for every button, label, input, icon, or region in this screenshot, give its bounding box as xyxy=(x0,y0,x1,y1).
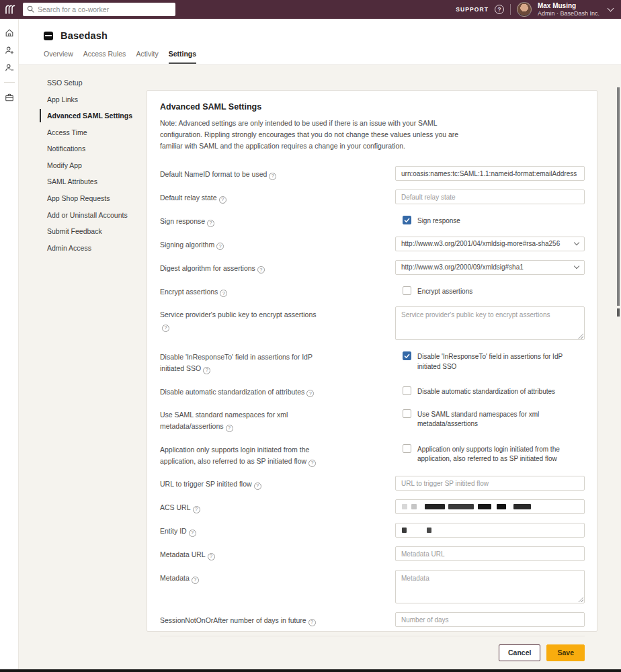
field-label-text: Entity ID xyxy=(160,527,187,535)
remove-user-icon[interactable] xyxy=(4,62,14,73)
save-button[interactable]: Save xyxy=(546,644,585,661)
chevron-down-icon xyxy=(574,263,579,269)
sidebar-item-saml-attributes[interactable]: SAML Attributes xyxy=(40,175,147,188)
help-icon[interactable]: ? xyxy=(189,530,196,537)
resize-handle-icon[interactable] xyxy=(578,597,583,602)
global-search xyxy=(23,3,175,16)
sidebar-item-app-links[interactable]: App Links xyxy=(40,93,147,106)
help-icon[interactable]: ? xyxy=(162,325,169,332)
user-menu[interactable]: Max Musing Admin · BaseDash Inc. xyxy=(538,2,599,17)
support-link[interactable]: SUPPORT xyxy=(456,6,489,13)
sidebar-item-modify-app[interactable]: Modify App xyxy=(40,159,147,172)
encrypt-assertions-checkbox[interactable] xyxy=(403,286,411,295)
resize-handle-icon[interactable] xyxy=(578,333,583,339)
signing-algorithm-select[interactable]: http://www.w3.org/2001/04/xmldsig-more#r… xyxy=(395,237,585,251)
textarea-placeholder: Metadata xyxy=(401,575,429,582)
field-label-text: Service provider's public key to encrypt… xyxy=(160,310,317,319)
user-avatar[interactable] xyxy=(517,2,532,17)
field-label-text: ACS URL xyxy=(160,503,191,511)
rippling-logo[interactable] xyxy=(0,5,20,14)
form-row-default-nameid-format-to-be-used: Default NameID format to be used? xyxy=(160,166,585,181)
redaction-block xyxy=(448,504,474,509)
service-provider-s-public-key-to-encrypt-textarea[interactable]: Service provider's public key to encrypt… xyxy=(395,306,585,340)
help-icon[interactable]: ? xyxy=(308,460,316,467)
form-row-sign-response: Sign response?Sign response xyxy=(160,213,585,227)
entity-id-redacted-value[interactable] xyxy=(395,523,585,538)
sign-response-checkbox[interactable] xyxy=(403,216,411,224)
sidebar-item-access-time[interactable]: Access Time xyxy=(40,126,147,139)
sidebar-item-sso-setup[interactable]: SSO Setup xyxy=(40,76,147,89)
field-label: Metadata URL? xyxy=(160,546,319,561)
cancel-button[interactable]: Cancel xyxy=(499,644,540,661)
search-input[interactable] xyxy=(38,5,171,13)
field-label-text: Signing algorithm xyxy=(160,241,214,249)
default-nameid-format-to-be-used-input[interactable] xyxy=(395,166,585,181)
field-label-text: Disable 'InResponseTo' field in assertio… xyxy=(160,353,313,372)
field-label: Disable 'InResponseTo' field in assertio… xyxy=(160,349,327,375)
panel-footer: Cancel Save xyxy=(160,636,585,670)
select-value: http://www.w3.org/2001/04/xmldsig-more#r… xyxy=(401,240,575,247)
tab-overview[interactable]: Overview xyxy=(44,50,73,64)
help-icon[interactable]: ? xyxy=(308,619,316,626)
checkbox-label: Sign response xyxy=(417,216,460,226)
default-relay-state-input[interactable] xyxy=(395,190,585,204)
add-user-icon[interactable] xyxy=(4,45,14,55)
field-label: SessionNotOnOrAfter number of days in fu… xyxy=(160,612,319,627)
sidebar-item-add-or-uninstall-accounts[interactable]: Add or Uninstall Accounts xyxy=(40,208,147,222)
field-control: Sign response xyxy=(403,213,585,227)
sidebar-item-advanced-saml-settings[interactable]: Advanced SAML Settings xyxy=(40,109,147,122)
digest-algorithm-for-assertions-select[interactable]: http://www.w3.org/2000/09/xmldsig#sha1 xyxy=(395,260,585,275)
help-icon[interactable]: ? xyxy=(207,220,214,227)
checkbox-label: Use SAML standard namespaces for xml met… xyxy=(417,409,585,429)
form-row-url-to-trigger-sp-initited-flow: URL to trigger SP initited flow? xyxy=(160,476,585,491)
field-label-text: Application only supports login initiate… xyxy=(160,446,309,465)
help-circle-icon[interactable]: ? xyxy=(495,5,504,14)
search-icon xyxy=(27,3,34,15)
help-icon[interactable]: ? xyxy=(306,390,314,397)
tab-settings[interactable]: Settings xyxy=(169,50,196,64)
icon-rail xyxy=(0,19,19,669)
sidebar-item-submit-feedback[interactable]: Submit Feedback xyxy=(40,224,147,238)
application-only-supports-login-initiate-checkbox[interactable] xyxy=(403,444,411,453)
field-control: Service provider's public key to encrypt… xyxy=(395,306,585,340)
help-icon[interactable]: ? xyxy=(203,367,210,374)
field-label: Disable automatic standardization of att… xyxy=(160,384,327,398)
disable-inresponseto-field-in-assertions-checkbox[interactable] xyxy=(403,351,411,360)
acs-url-redacted-value[interactable] xyxy=(395,499,585,514)
field-label: Use SAML standard namespaces for xml met… xyxy=(160,407,327,433)
help-icon[interactable]: ? xyxy=(192,577,199,584)
help-icon[interactable]: ? xyxy=(226,425,233,432)
redaction-block xyxy=(402,504,407,509)
chevron-down-icon[interactable] xyxy=(608,5,614,12)
page-title: Basedash xyxy=(60,30,108,41)
url-to-trigger-sp-initited-flow-input[interactable] xyxy=(395,476,585,491)
metadata-url-input[interactable] xyxy=(395,546,585,561)
scrollbar-thumb-small[interactable] xyxy=(617,308,620,317)
help-icon[interactable]: ? xyxy=(216,243,224,250)
help-icon[interactable]: ? xyxy=(208,553,215,560)
help-icon[interactable]: ? xyxy=(269,173,276,180)
tab-activity[interactable]: Activity xyxy=(136,50,158,64)
sidebar-item-admin-access[interactable]: Admin Access xyxy=(40,241,147,255)
field-control xyxy=(395,612,585,627)
help-icon[interactable]: ? xyxy=(257,266,265,274)
briefcase-icon[interactable] xyxy=(4,92,14,102)
home-icon[interactable] xyxy=(4,28,14,38)
field-label: Application only supports login initiate… xyxy=(160,442,327,468)
disable-automatic-standardization-of-att-checkbox[interactable] xyxy=(403,386,411,395)
help-icon[interactable]: ? xyxy=(193,506,200,513)
tab-access-rules[interactable]: Access Rules xyxy=(83,50,126,64)
sidebar-item-notifications[interactable]: Notifications xyxy=(40,142,147,155)
help-icon[interactable]: ? xyxy=(219,196,226,204)
field-control: Application only supports login initiate… xyxy=(403,442,585,468)
scrollbar-thumb[interactable] xyxy=(617,87,620,306)
metadata-textarea[interactable]: Metadata xyxy=(395,570,585,603)
help-icon[interactable]: ? xyxy=(254,482,261,490)
topbar-divider xyxy=(510,4,511,15)
sessionnotonorafter-number-of-days-in-fu-input[interactable] xyxy=(395,612,585,627)
help-icon[interactable]: ? xyxy=(220,290,227,297)
settings-sidebar: SSO SetupApp LinksAdvanced SAML Settings… xyxy=(40,76,147,257)
sidebar-item-app-shop-requests[interactable]: App Shop Requests xyxy=(40,192,147,205)
tabs: OverviewAccess RulesActivitySettings xyxy=(19,41,621,64)
use-saml-standard-namespaces-for-xml-met-checkbox[interactable] xyxy=(403,409,411,418)
